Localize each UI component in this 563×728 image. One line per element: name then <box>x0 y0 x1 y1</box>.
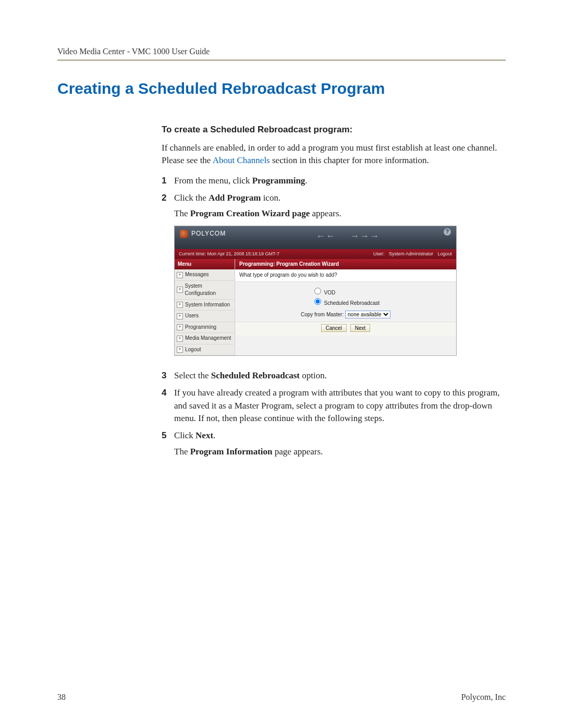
help-icon[interactable]: ? <box>444 228 451 236</box>
main-panel: Programming: Program Creation Wizard Wha… <box>235 259 456 356</box>
expand-icon[interactable]: + <box>177 272 183 278</box>
sidebar-item-label: Messages <box>185 271 209 279</box>
about-channels-link[interactable]: About Channels <box>213 155 270 165</box>
text: icon. <box>261 193 280 203</box>
sidebar-menu: Menu +Messages +System Configuration +Sy… <box>175 259 235 356</box>
intro-paragraph: If channels are enabled, in order to add… <box>162 142 506 167</box>
text: Click <box>174 430 195 440</box>
current-time: Current time: Mon Apr 21, 2008 15:18:19 … <box>179 251 279 257</box>
procedure-heading: To create a Scheduled Rebroadcast progra… <box>162 124 506 137</box>
content-block: To create a Scheduled Rebroadcast progra… <box>162 124 506 458</box>
logout-link[interactable]: Logout <box>437 251 452 256</box>
text: Select the <box>174 371 211 380</box>
sidebar-item-label: System Information <box>185 301 230 309</box>
running-header: Video Media Center - VMC 1000 User Guide <box>57 47 506 61</box>
cancel-button[interactable]: Cancel <box>321 324 347 332</box>
copy-from-master-select[interactable]: none available <box>345 311 390 318</box>
sidebar-item-label: Media Management <box>185 335 231 342</box>
brand-text: POLYCOM <box>191 229 226 238</box>
scheduled-rebroadcast-radio[interactable] <box>314 298 321 305</box>
page-footer: 38 Polycom, Inc <box>57 693 506 702</box>
sidebar-item-system-information[interactable]: +System Information <box>175 300 235 311</box>
text: page appears. <box>273 447 323 456</box>
text: The <box>174 447 190 456</box>
arrow-left-icon: ← ← <box>316 231 334 241</box>
text: . <box>305 176 307 186</box>
bold-term: Program Information <box>190 447 273 456</box>
copy-from-master-label: Copy from Master: <box>301 312 344 317</box>
expand-icon[interactable]: + <box>177 324 183 330</box>
text: appears. <box>310 208 341 218</box>
banner-arrows-icon: ← ← → → → <box>316 229 378 243</box>
status-bar: Current time: Mon Apr 21, 2008 15:18:19 … <box>175 249 456 259</box>
page-title: Creating a Scheduled Rebroadcast Program <box>57 80 506 97</box>
text: The <box>174 208 190 218</box>
app-banner: POLYCOM ← ← → → → ? <box>175 226 456 249</box>
bold-term: Next <box>195 430 213 440</box>
step-result: The Program Creation Wizard page appears… <box>174 207 506 220</box>
text: From the menu, click <box>174 176 252 186</box>
page-number: 38 <box>57 693 66 702</box>
bold-term: Programming <box>252 176 305 186</box>
vod-radio[interactable] <box>314 288 321 294</box>
text: option. <box>300 371 327 380</box>
document-page: Video Media Center - VMC 1000 User Guide… <box>0 0 563 728</box>
user-link[interactable]: System Administrator <box>389 251 433 256</box>
option-label: VOD <box>324 290 336 295</box>
step-3: 3 Select the Scheduled Rebroadcast optio… <box>162 369 506 382</box>
step-4: 4 If you have already created a program … <box>162 387 506 425</box>
step-number: 3 <box>162 369 174 382</box>
expand-icon[interactable]: + <box>177 313 183 319</box>
bold-term: Add Program <box>209 193 261 203</box>
option-vod[interactable]: VOD <box>312 286 380 297</box>
sidebar-item-system-configuration[interactable]: +System Configuration <box>175 281 235 300</box>
text: . <box>213 430 215 440</box>
wizard-question: What type of program do you wish to add? <box>235 269 456 282</box>
sidebar-item-users[interactable]: +Users <box>175 311 235 322</box>
user-label: User: <box>373 251 385 256</box>
text: section in this chapter for more informa… <box>272 155 429 165</box>
step-1: 1 From the menu, click Programming. <box>162 175 506 188</box>
sidebar-item-logout[interactable]: +Logout <box>175 344 235 356</box>
step-2: 2 Click the Add Program icon. The Progra… <box>162 192 506 366</box>
sidebar-item-programming[interactable]: +Programming <box>175 322 235 334</box>
menu-header: Menu <box>175 259 235 270</box>
step-number: 4 <box>162 387 174 400</box>
text: If you have already created a program wi… <box>174 387 506 425</box>
option-scheduled-rebroadcast[interactable]: Scheduled Rebroadcast <box>312 297 380 307</box>
sidebar-item-messages[interactable]: +Messages <box>175 269 235 281</box>
sidebar-item-label: Logout <box>185 346 201 354</box>
wizard-form: VOD Scheduled Rebroadcast Copy fro <box>235 282 456 322</box>
steps-list: 1 From the menu, click Programming. 2 Cl… <box>162 175 506 458</box>
arrow-right-icon: → → → <box>350 231 378 241</box>
next-button[interactable]: Next <box>350 324 371 332</box>
company-name: Polycom, Inc <box>461 693 506 702</box>
step-number: 5 <box>162 429 174 442</box>
expand-icon[interactable]: + <box>177 347 183 353</box>
wizard-screenshot: POLYCOM ← ← → → → ? Current time: Mon Ap… <box>174 226 457 356</box>
step-number: 1 <box>162 175 174 188</box>
step-result: The Program Information page appears. <box>174 446 506 459</box>
expand-icon[interactable]: + <box>177 287 183 293</box>
expand-icon[interactable]: + <box>177 302 183 308</box>
step-number: 2 <box>162 192 174 205</box>
panel-title: Programming: Program Creation Wizard <box>235 259 456 270</box>
text: Click the <box>174 193 209 203</box>
sidebar-item-label: Programming <box>185 324 216 331</box>
option-label: Scheduled Rebroadcast <box>324 300 380 306</box>
bold-term: Scheduled Rebroadcast <box>211 371 300 380</box>
sidebar-item-label: System Configuration <box>185 282 232 298</box>
expand-icon[interactable]: + <box>177 336 183 342</box>
logo-mark-icon <box>180 230 188 238</box>
step-5: 5 Click Next. The Program Information pa… <box>162 429 506 458</box>
sidebar-item-label: Users <box>185 312 199 320</box>
sidebar-item-media-management[interactable]: +Media Management <box>175 333 235 344</box>
bold-term: Program Creation Wizard page <box>190 208 310 218</box>
